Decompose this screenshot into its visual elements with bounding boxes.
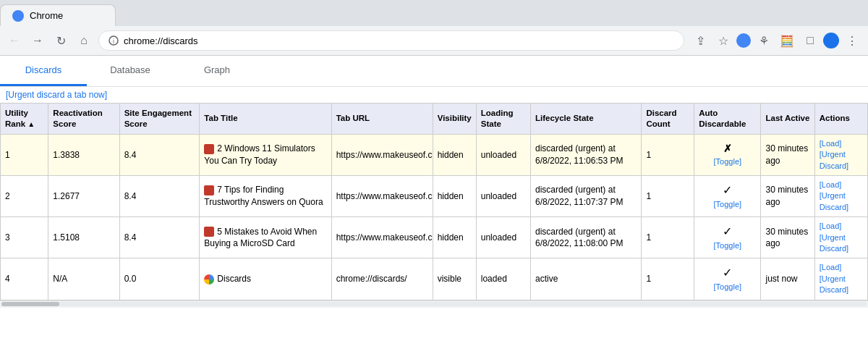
extensions-button[interactable]: 🧮 xyxy=(777,30,797,51)
col-utility-rank: Utility Rank ▲ xyxy=(1,104,48,135)
cell-loading-state: unloaded xyxy=(476,217,530,258)
auto-disc-symbol: ✓ xyxy=(723,184,732,196)
page-nav: Discards Database Graph xyxy=(0,56,868,87)
auto-disc-symbol: ✓ xyxy=(723,225,732,237)
cell-loading-state: unloaded xyxy=(476,176,530,217)
action-urgent-link[interactable]: [Urgent Discard] xyxy=(820,190,863,213)
table-row: 4 N/A 0.0 Discards chrome://discards/ vi… xyxy=(1,258,868,300)
cell-url: chrome://discards/ xyxy=(331,258,433,300)
cell-discard-count: 1 xyxy=(642,217,694,258)
reload-button[interactable]: ↻ xyxy=(52,32,69,49)
cell-loading-state: unloaded xyxy=(476,134,530,175)
col-last-active: Last Active xyxy=(761,104,814,135)
action-load-link[interactable]: [Load] xyxy=(820,221,863,232)
tab-discards[interactable]: Discards xyxy=(0,56,87,86)
cell-title: 2 Windows 11 Simulators You Can Try Toda… xyxy=(200,134,331,175)
browser-tab[interactable]: Chrome xyxy=(0,4,116,26)
cell-last-active: 30 minutes ago xyxy=(761,217,814,258)
cell-discard-count: 1 xyxy=(642,176,694,217)
auto-disc-symbol: ✓ xyxy=(723,266,732,279)
toggle-link[interactable]: [Toggle] xyxy=(714,282,742,291)
cell-url: https://www.makeuseof.com/tag/5… xyxy=(331,217,433,258)
cell-title: Discards xyxy=(200,258,331,300)
cell-lifecycle-state: discarded (urgent) at 6/8/2022, 11:06:53… xyxy=(530,134,641,175)
cell-actions: [Load] [Urgent Discard] xyxy=(814,176,867,217)
cell-last-active: just now xyxy=(761,258,814,300)
cell-rank: 2 xyxy=(1,176,48,217)
address-bar[interactable]: i chrome://discards xyxy=(98,30,684,51)
cell-visibility: hidden xyxy=(433,176,476,217)
svg-text:i: i xyxy=(113,38,114,45)
action-urgent-link[interactable]: [Urgent Discard] xyxy=(820,232,863,255)
toggle-link[interactable]: [Toggle] xyxy=(714,157,742,166)
cell-auto-discardable: ✓ [Toggle] xyxy=(694,217,761,258)
cell-rank: 3 xyxy=(1,217,48,258)
home-button[interactable]: ⌂ xyxy=(75,32,93,49)
cell-visibility: hidden xyxy=(433,217,476,258)
cell-actions: [Load] [Urgent Discard] xyxy=(814,134,867,175)
cell-discard-count: 1 xyxy=(642,134,694,175)
favicon-makeuse xyxy=(204,144,214,154)
share-button[interactable]: ⇪ xyxy=(690,30,710,51)
cell-lifecycle-state: discarded (urgent) at 6/8/2022, 11:07:37… xyxy=(530,176,641,217)
cell-url: https://www.makeuseof.com/tips-t… xyxy=(331,176,433,217)
action-urgent-link[interactable]: [Urgent Discard] xyxy=(820,274,863,296)
cell-actions: [Load] [Urgent Discard] xyxy=(814,258,867,300)
cell-visibility: visible xyxy=(433,258,476,300)
tab-bar: Chrome xyxy=(0,0,868,26)
tab-title: Chrome xyxy=(30,10,63,21)
col-reactivation-score: Reactivation Score xyxy=(48,104,119,135)
tab-graph[interactable]: Graph xyxy=(174,56,260,86)
tab-database[interactable]: Database xyxy=(87,56,174,86)
toggle-link[interactable]: [Toggle] xyxy=(714,200,742,209)
scrollbar-track[interactable] xyxy=(1,302,867,306)
cell-rank: 4 xyxy=(1,258,48,300)
table-row: 2 1.2677 8.4 7 Tips for Finding Trustwor… xyxy=(1,176,868,217)
cell-visibility: hidden xyxy=(433,134,476,175)
window-button[interactable]: □ xyxy=(800,30,820,51)
cell-reactivation: N/A xyxy=(48,258,119,300)
scrollbar-container xyxy=(0,300,868,308)
cell-lifecycle-state: discarded (urgent) at 6/8/2022, 11:08:00… xyxy=(530,217,641,258)
forward-button[interactable]: → xyxy=(29,32,46,49)
discards-table: Utility Rank ▲ Reactivation Score Site E… xyxy=(0,103,868,300)
globe-icon xyxy=(736,33,751,48)
cell-discard-count: 1 xyxy=(642,258,694,300)
action-urgent-link[interactable]: [Urgent Discard] xyxy=(820,149,863,172)
action-load-link[interactable]: [Load] xyxy=(820,180,863,190)
col-lifecycle-state: Lifecycle State xyxy=(530,104,641,135)
scrollbar-thumb[interactable] xyxy=(1,302,59,306)
table-row: 1 1.3838 8.4 2 Windows 11 Simulators You… xyxy=(1,134,868,175)
bookmark-button[interactable]: ☆ xyxy=(713,30,733,51)
back-button[interactable]: ← xyxy=(6,32,23,49)
cell-engagement: 8.4 xyxy=(119,134,200,175)
urgent-discard-link[interactable]: [Urgent discard a tab now] xyxy=(0,87,113,103)
favicon-makeuse xyxy=(204,185,214,195)
tab-favicon xyxy=(12,10,24,22)
security-icon: i xyxy=(108,35,119,46)
cell-reactivation: 1.3838 xyxy=(48,134,119,175)
cell-last-active: 30 minutes ago xyxy=(761,134,814,175)
col-discard-count: Discard Count xyxy=(642,104,694,135)
address-bar-row: ← → ↻ ⌂ i chrome://discards ⇪ ☆ ⚘ 🧮 □ ⋮ xyxy=(0,26,868,55)
cell-title: 7 Tips for Finding Trustworthy Answers o… xyxy=(200,176,331,217)
cell-auto-discardable: ✗ [Toggle] xyxy=(694,134,761,175)
table-row: 3 1.5108 8.4 5 Mistakes to Avoid When Bu… xyxy=(1,217,868,258)
col-tab-title: Tab Title xyxy=(200,104,331,135)
cell-auto-discardable: ✓ [Toggle] xyxy=(694,176,761,217)
auto-disc-symbol: ✗ xyxy=(723,143,732,154)
action-load-link[interactable]: [Load] xyxy=(820,262,863,273)
cell-engagement: 8.4 xyxy=(119,176,200,217)
cell-reactivation: 1.5108 xyxy=(48,217,119,258)
cell-reactivation: 1.2677 xyxy=(48,176,119,217)
action-load-link[interactable]: [Load] xyxy=(820,138,863,149)
cell-auto-discardable: ✓ [Toggle] xyxy=(694,258,761,300)
sort-arrow: ▲ xyxy=(27,120,35,128)
favicon-makeuse xyxy=(204,227,214,237)
menu-button[interactable]: ⋮ xyxy=(842,30,862,51)
cell-url: https://www.makeuseof.com/wind… xyxy=(331,134,433,175)
toggle-link[interactable]: [Toggle] xyxy=(714,241,742,250)
extension-button[interactable]: ⚘ xyxy=(754,30,774,51)
col-auto-discardable: Auto Discardable xyxy=(694,104,761,135)
col-visibility: Visibility xyxy=(433,104,476,135)
